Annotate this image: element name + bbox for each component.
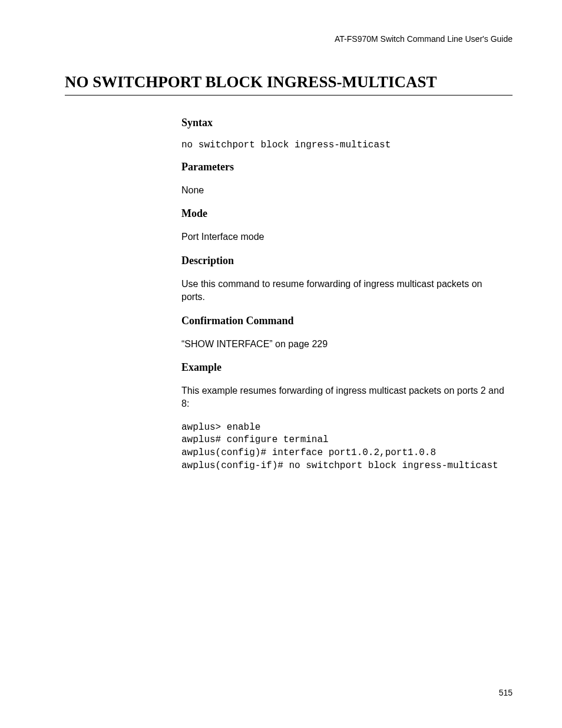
syntax-command: no switchport block ingress-multicast [181,140,507,150]
confirmation-heading: Confirmation Command [181,315,507,327]
document-page: AT-FS970M Switch Command Line User's Gui… [0,0,562,472]
command-title: NO SWITCHPORT BLOCK INGRESS-MULTICAST [65,73,513,95]
example-intro: This example resumes forwarding of ingre… [181,384,507,411]
description-text: Use this command to resume forwarding of… [181,278,507,304]
example-heading: Example [181,361,507,374]
header-guide-title: AT-FS970M Switch Command Line User's Gui… [65,34,513,44]
syntax-heading: Syntax [181,117,507,129]
parameters-heading: Parameters [181,161,507,173]
example-code: awplus> enable awplus# configure termina… [181,421,507,472]
mode-heading: Mode [181,207,507,220]
parameters-text: None [181,184,507,197]
content-area: Syntax no switchport block ingress-multi… [181,117,507,472]
description-heading: Description [181,255,507,267]
page-number: 515 [499,688,513,697]
mode-text: Port Interface mode [181,230,507,243]
confirmation-text: “SHOW INTERFACE” on page 229 [181,338,507,351]
